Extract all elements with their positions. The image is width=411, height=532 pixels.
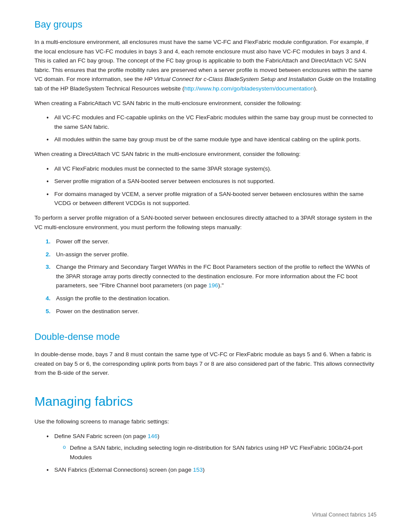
fabricattach-intro: When creating a FabricAttach VC SAN fabr…	[34, 99, 377, 108]
page-container: Bay groups In a multi-enclosure environm…	[0, 0, 411, 532]
step-2: Un-assign the server profile.	[47, 250, 377, 259]
page-196-link[interactable]: 196	[209, 282, 218, 289]
bullet-item: For domains managed by VCEM, a server pr…	[47, 190, 377, 208]
define-san-sub-bullets: Define a SAN fabric, including selecting…	[63, 443, 377, 462]
fabricattach-bullets: All VC-FC modules and FC-capable uplinks…	[47, 113, 377, 144]
managing-fabrics-title: Managing fabrics	[34, 392, 377, 411]
double-dense-section: Double-dense mode In double-dense mode, …	[34, 330, 377, 378]
bullet-item: All VC FlexFabric modules must be connec…	[47, 164, 377, 174]
double-dense-text: In double-dense mode, bays 7 and 8 must …	[34, 350, 377, 378]
managing-fabrics-section: Managing fabrics Use the following scree…	[34, 392, 377, 475]
bay-groups-intro-para: In a multi-enclosure environment, all en…	[34, 37, 377, 93]
managing-fabrics-intro: Use the following screens to manage fabr…	[34, 417, 377, 426]
migration-intro: To perform a server profile migration of…	[34, 213, 377, 232]
double-dense-title: Double-dense mode	[34, 330, 377, 344]
define-san-bullet: Define SAN Fabric screen (on page 146) D…	[47, 432, 377, 462]
bullet-item: Server profile migration of a SAN-booted…	[47, 177, 377, 186]
bullet-item: All VC-FC modules and FC-capable uplinks…	[47, 113, 377, 131]
bay-groups-title: Bay groups	[34, 17, 377, 31]
bay-groups-section: Bay groups In a multi-enclosure environm…	[34, 17, 377, 316]
hp-bladesystem-link[interactable]: http://www.hp.com/go/bladesystem/documen…	[184, 85, 314, 92]
managing-fabrics-bullets: Define SAN Fabric screen (on page 146) D…	[47, 432, 377, 475]
sub-bullet-item: Define a SAN fabric, including selecting…	[63, 443, 377, 462]
step-1: Power off the server.	[47, 237, 377, 246]
bullet-item: All modules within the same bay group mu…	[47, 135, 377, 144]
directattach-bullets: All VC FlexFabric modules must be connec…	[47, 164, 377, 208]
step-3: Change the Primary and Secondary Target …	[47, 262, 377, 290]
step-4: Assign the profile to the destination lo…	[47, 294, 377, 303]
footer-text: Virtual Connect fabrics 145	[312, 512, 377, 518]
page-153-link[interactable]: 153	[193, 467, 203, 473]
directattach-intro: When creating a DirectAttach VC SAN fabr…	[34, 149, 377, 159]
page-146-link[interactable]: 146	[148, 433, 158, 439]
migration-steps: Power off the server. Un-assign the serv…	[47, 237, 377, 316]
san-fabrics-bullet: SAN Fabrics (External Connections) scree…	[47, 465, 377, 475]
page-footer: Virtual Connect fabrics 145	[312, 511, 377, 519]
step-5: Power on the destination server.	[47, 307, 377, 316]
